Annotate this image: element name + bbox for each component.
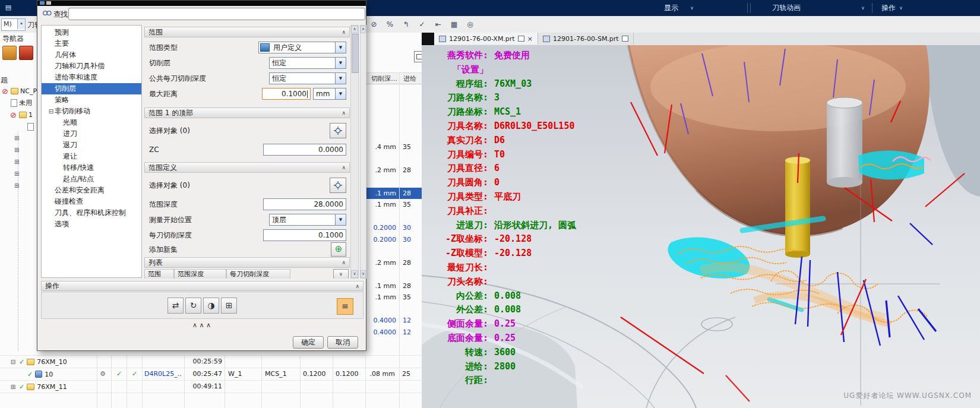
table-row[interactable] [366,95,422,107]
range-type-dropdown[interactable]: 用户定义 ▼ [258,42,346,53]
collapse-section-icon[interactable]: ∧ [342,29,346,35]
scroll-down-icon[interactable]: ∨ [351,270,358,278]
table-row[interactable]: .1 mm 35 [366,199,422,211]
table-row[interactable] [366,83,422,95]
chevron-down-icon[interactable]: ▼ [335,214,346,225]
chevron-down-icon[interactable]: ▼ [335,73,346,84]
table-row[interactable] [366,211,422,223]
table-row[interactable]: .1 mm 35 [366,292,422,303]
table-row[interactable]: 0.2000 30 [366,234,422,246]
collapse-section-icon[interactable]: ∧ [355,283,359,289]
cut-layers-dropdown[interactable]: 恒定 ▼ [269,57,346,69]
table-row[interactable]: .2 mm 28 [366,165,422,176]
dialog-tree-item[interactable]: 策略 [42,94,141,106]
action-button[interactable]: ⇄ [167,298,184,314]
expand-toggle-icon[interactable]: ⊟ [48,106,55,117]
table-row[interactable]: .1 mm 28 [366,280,422,292]
toolbar-icon[interactable]: ✓ [415,18,429,31]
float-window-icon[interactable] [518,36,524,42]
dialog-tree-item[interactable]: 预测 [42,27,141,38]
ok-button[interactable]: 确定 [293,336,324,349]
dialog-tree-item[interactable]: 碰撞检查 [42,196,141,207]
expand-plus-icon[interactable]: ⊞ [14,156,19,168]
table-row[interactable]: ⊟ ✓ 76XM_10 00:25:59 [0,355,422,368]
per-cut-depth-input[interactable]: 0.1000 [263,229,346,241]
dialog-title-strip[interactable] [37,1,366,6]
select-object-button[interactable] [330,123,346,138]
table-row[interactable]: .4 mm 35 [366,141,422,153]
dialog-tree-item[interactable]: 起点/钻点 [42,173,141,185]
section-header-actions[interactable]: 操作∧ [41,281,363,291]
collapse-section-icon[interactable]: ∧ [342,260,346,265]
scroll-down-icon[interactable]: ∨ [361,270,366,278]
table-row[interactable] [366,176,422,188]
range-depth-input[interactable]: 28.0000 [263,198,346,210]
section-header-range[interactable]: 范围∧ [144,27,350,37]
chevron-down-icon[interactable]: ▼ [335,88,346,99]
dialog-tree-item[interactable]: 刀轴和刀具补偿 [42,61,141,72]
dialog-tree-item[interactable]: 光顺 [42,117,141,128]
zc-input[interactable]: 0.0000 [263,144,346,156]
toolbar-icon[interactable]: ⇤ [431,18,445,31]
expand-toggle-icon[interactable]: ⊞ [10,384,17,390]
section-header-range-top[interactable]: 范围 1 的顶部∧ [144,107,350,118]
resource-bar-icon[interactable] [19,46,33,60]
toolbar-icon[interactable]: ⊘ [367,18,381,31]
dialog-tree-item[interactable]: 进刀 [42,128,141,140]
table-row[interactable] [366,338,422,350]
section-header-list[interactable]: 列表∧ [144,257,350,268]
table-row[interactable]: ✓ 10 ⚙ ✓ ✓ D4R0L25_... 00:25:47 W_1 MCS_… [0,368,422,380]
chevron-down-icon[interactable]: ▾ [17,19,25,29]
table-row[interactable]: .2 mm 28 [366,257,422,269]
menu-display[interactable]: 显示 [664,0,678,16]
common-depth-dropdown[interactable]: 恒定 ▼ [269,72,346,84]
scroll-up-icon[interactable]: ∧ [351,26,358,33]
max-distance-input[interactable]: 0.1000 [262,88,311,100]
close-icon[interactable]: × [527,35,533,43]
dialog-tree-item[interactable]: ⊟ 非切削移动 [42,106,141,117]
table-row[interactable] [366,245,422,257]
toolbar-icon[interactable]: ◎ [463,18,477,31]
column-header-depth[interactable]: 切削深… [371,74,397,83]
table-row[interactable] [366,129,422,141]
dialog-collapse-handle[interactable]: ∧ ∧ ∧ [37,321,366,329]
dialog-tree-item[interactable]: 避让 [42,151,141,162]
chevron-down-icon[interactable]: ▼ [335,58,346,68]
dialog-scrollbar[interactable]: ∧ ∨ [360,25,366,279]
table-row[interactable] [366,118,422,130]
chevron-down-icon[interactable]: ∨ [861,0,865,16]
table-row[interactable]: .1 mm 28 [366,188,422,200]
chevron-down-icon[interactable]: ∨ [899,0,903,16]
action-button[interactable]: ⊞ [221,298,237,314]
dialog-tree-item[interactable]: 公差和安全距离 [42,185,141,196]
dialog-tree-item[interactable]: 主要 [42,38,141,49]
dialog-tree-item[interactable]: 选项 [42,219,141,230]
dialog-tree-item[interactable]: 转移/快速 [42,162,141,173]
viewport-3d-canvas[interactable]: 燕秀软件: 免费使用 「设置」 程序组: 76XM_03 刀路名称: [422,45,980,408]
find-input[interactable] [68,8,365,20]
section-header-range-definition[interactable]: 范围定义∧ [144,162,350,173]
part-tab-xm[interactable]: 12901-76-00-XM.prt × [434,33,538,45]
list-remove-button[interactable]: ∨ [333,269,349,279]
table-row[interactable] [366,106,422,118]
dialog-tree-item[interactable]: 退刀 [42,140,141,151]
toolbar-icon[interactable]: % [383,18,397,31]
table-row[interactable] [366,268,422,280]
menu-toolpath-animation[interactable]: 刀轨动画 [772,0,801,16]
expand-plus-icon[interactable]: ⊞ [14,180,19,192]
expand-plus-icon[interactable]: ⊞ [14,132,19,144]
menu-operation[interactable]: 操作 [881,0,896,16]
panel-scrollbar[interactable]: ∧ ∨ [350,25,359,279]
collapse-section-icon[interactable]: ∧ [342,110,346,116]
select-object-button[interactable] [330,178,346,193]
table-row[interactable] [366,153,422,165]
column-header-feed[interactable]: 进给 [403,74,416,83]
feedback-settings-button[interactable]: ≡ [337,298,353,315]
dialog-tree-item[interactable]: 进给率和速度 [42,72,141,83]
cancel-button[interactable]: 取消 [327,336,358,349]
toolbar-icon[interactable]: ▦ [447,18,461,31]
dialog-tree-item[interactable]: 刀具、程序和机床控制 [42,207,141,219]
table-row[interactable]: 0.4000 12 [366,327,422,339]
scrollbar-thumb[interactable] [352,34,359,73]
part-tab-sm[interactable]: 12901-76-00-SM.prt [538,33,634,45]
